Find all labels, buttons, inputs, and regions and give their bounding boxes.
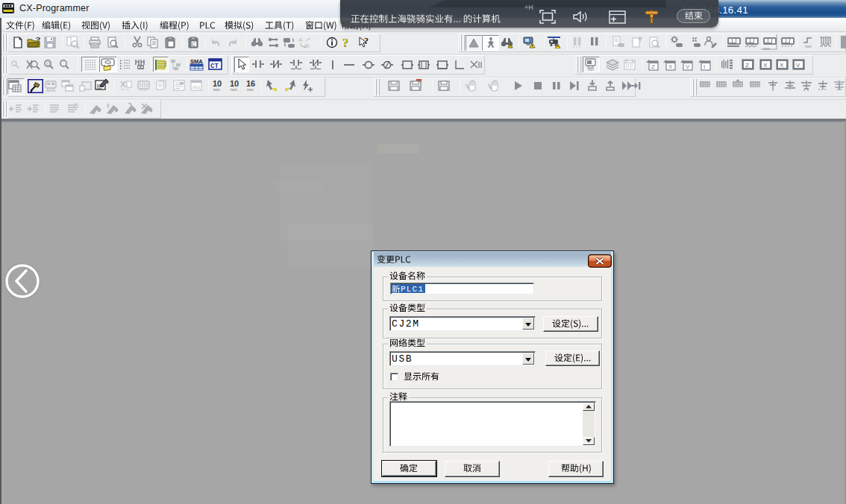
svg-text:ron: ron — [231, 87, 237, 92]
svg-text:Z: Z — [651, 63, 655, 70]
svg-text:?: ? — [342, 37, 348, 48]
svg-text:ron: ron — [247, 87, 254, 92]
svg-text:V: V — [796, 62, 800, 69]
svg-text:?: ? — [364, 37, 369, 46]
svg-text:Z: Z — [745, 62, 749, 69]
svg-text:ron: ron — [805, 44, 812, 48]
svg-text:A: A — [298, 37, 303, 43]
svg-text:CT: CT — [210, 63, 219, 70]
svg-text:X: X — [763, 62, 768, 69]
svg-text:C: C — [192, 42, 195, 47]
svg-text:B: B — [305, 42, 309, 48]
svg-text:I: I — [704, 63, 705, 70]
svg-text:ron: ron — [763, 46, 770, 51]
svg-text:X: X — [668, 63, 673, 70]
svg-text:ron: ron — [588, 67, 594, 71]
svg-text:X: X — [780, 62, 784, 69]
svg-text:V: V — [686, 63, 690, 70]
svg-text:ron: ron — [213, 87, 220, 92]
svg-text:001: 001 — [192, 85, 201, 90]
